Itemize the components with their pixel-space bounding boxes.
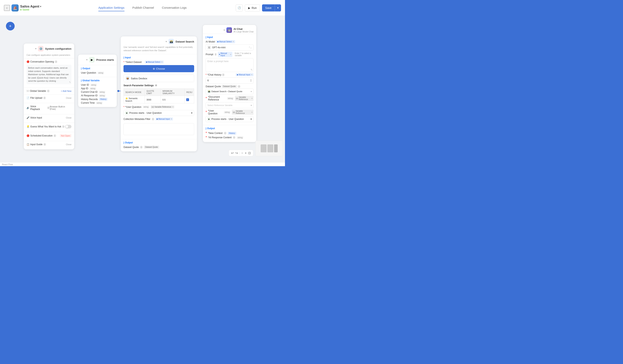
tab-application-settings[interactable]: Application Settings <box>98 4 125 11</box>
collapse-icon[interactable]: ▾ <box>35 47 36 50</box>
chat-history-close[interactable]: × <box>251 74 252 76</box>
save-button[interactable]: Save <box>262 4 275 11</box>
voice-input-section: 🎤 Voice Input Close <box>24 114 74 123</box>
doc-ref-label: *Document Reference <box>208 96 226 101</box>
doc-ref-string-type: string <box>227 97 234 100</box>
guess-info-icon[interactable]: i <box>62 125 65 128</box>
new-context-info-icon[interactable]: i <box>224 132 227 134</box>
scheduled-info-icon[interactable]: i <box>53 134 56 137</box>
back-button[interactable]: ‹ <box>4 5 10 11</box>
global-var-label: ⟨x⟩ Global Variable i <box>26 90 50 92</box>
model-select[interactable]: G GPT-4o-mini ⌃⌄ <box>206 44 253 51</box>
play-icon: ▶ <box>248 6 250 9</box>
scheduled-row: 🔴 Scheduled Execution i Not Open <box>26 134 71 137</box>
current-time-type: string <box>96 102 103 104</box>
tab-publish-channel[interactable]: Publish Channel <box>133 4 154 11</box>
chat-history-number-input[interactable]: 6 ▲ ▼ <box>206 77 253 84</box>
run-label: Run <box>251 6 257 9</box>
choose-icon: ⊕ <box>153 67 155 70</box>
run-button[interactable]: ▶ Run <box>245 4 260 11</box>
tab-conversation-logs[interactable]: Conversation Logs <box>162 4 187 11</box>
dataset-quote-dropdown[interactable]: 🗃️ Dataset Search › Dataset Quote ▾ <box>206 88 253 94</box>
manual-input-close[interactable]: × <box>171 118 172 120</box>
input-guide-close[interactable]: Close <box>66 143 71 146</box>
ai-user-question-label: *User Question <box>208 109 223 115</box>
saved-badge: Saved <box>20 8 41 11</box>
choose-button[interactable]: ⊕ Choose <box>124 65 194 72</box>
user-question-field-label: * *User Question <box>124 106 141 108</box>
filter-info-icon[interactable]: i <box>152 118 154 121</box>
settings-gear-icon[interactable]: ⚙ <box>155 84 157 87</box>
prompt-manual-close[interactable]: × <box>230 53 231 56</box>
ai-process-starts-icon: ▶ <box>207 118 211 121</box>
voice-input-row: 🎤 Voice Input Close <box>26 116 71 119</box>
input-guide-info-icon[interactable]: i <box>43 143 46 146</box>
app-title-dropdown-icon[interactable]: ▾ <box>40 5 41 8</box>
zoom-in-button[interactable]: + <box>245 151 246 155</box>
file-upload-close[interactable]: Close <box>66 97 71 99</box>
dataset-collapse-icon[interactable]: ▾ <box>166 40 167 43</box>
topbar: ‹ ⛵ Sailos Agent ▾ Saved Application Set… <box>0 0 285 16</box>
file-upload-info-icon[interactable]: i <box>43 97 46 99</box>
quote-limit-cell: 3000 <box>145 96 161 104</box>
ai-chat-input-title: Input <box>206 36 253 39</box>
doc-var-ref-close[interactable]: × <box>251 97 252 100</box>
voice-playback-info-icon[interactable]: i <box>47 107 50 109</box>
dataset-quote-info-icon[interactable]: i <box>140 146 143 149</box>
prompt-row: Prompt i Manual Input × Enter '/' to sel… <box>206 52 253 57</box>
ai-response-info-icon[interactable]: i <box>233 136 236 139</box>
guess-toggle[interactable] <box>65 125 71 128</box>
dataset-card: ▾ 🗃️ Dataset Search Use 'semantic search… <box>121 36 197 151</box>
ai-var-icon: {x} <box>233 111 235 113</box>
app-title-text: Sailos Agent <box>20 5 39 8</box>
system-config-card: ▾ ⚙️ System configuration Can configure … <box>24 43 74 149</box>
redo-button[interactable]: ↪ <box>235 151 238 155</box>
undo-button[interactable]: ↩ <box>231 151 234 155</box>
dataset-quote-output-row: Dataset Quote i Dataset Quote <box>124 146 194 149</box>
num-down[interactable]: ▼ <box>250 81 252 82</box>
ai-response-label: *AI Response Content <box>208 136 232 139</box>
history-button[interactable]: 🕐 <box>236 4 243 11</box>
checked-icon[interactable]: ✓ <box>186 98 189 101</box>
manual-select-close[interactable]: × <box>161 61 162 63</box>
dataset-quote-type-badge: Dataset Quote <box>144 146 159 149</box>
user-id-row: User ID string <box>81 84 114 86</box>
prompt-info-icon[interactable]: i <box>215 53 217 56</box>
save-dropdown-button[interactable]: ▾ <box>275 4 281 11</box>
dataset-quote-input-info[interactable]: i <box>238 85 241 88</box>
ai-manual-select-close[interactable]: × <box>233 41 234 43</box>
ai-response-row: * *AI Response Content i string <box>206 136 253 139</box>
expand-icon[interactable]: ⤡ <box>69 81 71 84</box>
ai-process-ref-select[interactable]: ▶ Process starts › User Question ▾ <box>206 116 253 122</box>
prompt-expand-icon[interactable]: ⤡ <box>250 68 252 71</box>
prompt-box[interactable]: Enter a prompt here ⤡ <box>206 58 253 72</box>
chevron-right-icon: › <box>145 112 146 114</box>
ai-var-ref-close[interactable]: × <box>251 111 252 113</box>
process-ref-select[interactable]: ▶ Process starts › User Question ▾ <box>124 110 194 116</box>
fit-view-button[interactable]: ⊡ <box>248 151 251 155</box>
dataset-quote-chevron: ▾ <box>251 90 252 93</box>
ai-collapse-icon[interactable]: ▾ <box>224 29 225 31</box>
var-ref-close[interactable]: × <box>172 106 173 108</box>
chat-history-row: * *Chat History i Manual Input × <box>206 73 253 76</box>
add-node-button[interactable]: + <box>6 22 15 30</box>
user-id-label: User ID <box>81 84 89 86</box>
input-guide-row: 📋 Input Guide i Close <box>26 143 71 146</box>
dataset-output-title: Output <box>124 141 194 144</box>
number-controls: ▲ ▼ <box>250 79 252 82</box>
chat-history-info-icon[interactable]: i <box>222 73 225 76</box>
required-star: * <box>124 61 125 64</box>
select-dataset-label: * *Select Dataset <box>124 61 142 64</box>
canvas[interactable]: + ▾ ⚙️ System configuration Can configur… <box>0 16 285 162</box>
conversation-opening-row: 🔴 Conversation Opening i <box>26 60 71 63</box>
process-collapse-icon[interactable]: ▾ <box>86 58 88 61</box>
add-new-link[interactable]: + Add New <box>61 90 71 92</box>
collection-filter-row: Collection Metadata Filter i Manual Inpu… <box>124 118 194 121</box>
global-var-info-icon[interactable]: i <box>47 90 50 92</box>
ref-select-dropdown[interactable]: Select Reference Variable ▾ <box>206 102 253 108</box>
voice-input-close[interactable]: Close <box>66 117 71 119</box>
conversation-info-icon[interactable]: i <box>55 60 57 63</box>
user-question-field-row: * *User Question string {x} Variable Ref… <box>124 106 194 108</box>
zoom-out-button[interactable]: − <box>241 151 243 155</box>
collection-filter-textarea[interactable] <box>124 123 194 135</box>
